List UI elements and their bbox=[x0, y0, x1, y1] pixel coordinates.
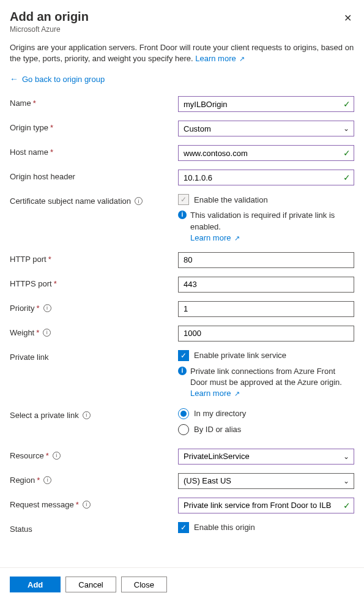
cert-learn-more-link[interactable]: Learn more ↗ bbox=[190, 233, 240, 242]
info-circle-icon: i bbox=[178, 211, 187, 219]
region-select[interactable] bbox=[178, 473, 354, 489]
private-link-checkbox[interactable]: ✓ bbox=[178, 350, 189, 361]
http-port-label: HTTP port bbox=[10, 255, 46, 264]
info-icon[interactable]: i bbox=[43, 476, 51, 484]
info-icon[interactable]: i bbox=[43, 329, 51, 337]
priority-label: Priority bbox=[10, 304, 34, 313]
origin-host-header-input[interactable] bbox=[178, 170, 354, 185]
external-link-icon: ↗ bbox=[239, 54, 245, 64]
back-link[interactable]: Go back to origin group bbox=[22, 75, 105, 84]
close-icon[interactable]: ✕ bbox=[341, 10, 354, 26]
private-link-checkbox-label: Enable private link service bbox=[194, 351, 286, 360]
origin-type-label: Origin type bbox=[10, 123, 48, 132]
resource-select[interactable] bbox=[178, 449, 354, 465]
cert-validation-checkbox-label: Enable the validation bbox=[194, 195, 268, 204]
close-button[interactable]: Close bbox=[121, 577, 167, 592]
weight-input[interactable] bbox=[178, 326, 354, 342]
learn-more-link[interactable]: Learn more ↗ bbox=[195, 54, 245, 63]
status-checkbox-label: Enable this origin bbox=[194, 523, 255, 532]
cert-validation-checkbox[interactable]: ✓ bbox=[178, 194, 189, 205]
https-port-input[interactable] bbox=[178, 277, 354, 293]
intro-text: Origins are your application servers. Fr… bbox=[10, 42, 354, 64]
info-icon[interactable]: i bbox=[43, 304, 51, 312]
host-name-label: Host name bbox=[10, 147, 48, 157]
private-link-label: Private link bbox=[10, 353, 49, 362]
priority-input[interactable] bbox=[178, 301, 354, 317]
panel-subtitle: Microsoft Azure bbox=[10, 25, 89, 34]
request-msg-label: Request message bbox=[10, 500, 74, 509]
info-icon[interactable]: i bbox=[135, 197, 143, 205]
status-label: Status bbox=[10, 524, 32, 534]
select-pl-label: Select a private link bbox=[10, 411, 79, 420]
https-port-label: HTTPS port bbox=[10, 279, 52, 288]
pl-learn-more-link[interactable]: Learn more ↗ bbox=[190, 389, 240, 398]
http-port-input[interactable] bbox=[178, 252, 354, 268]
radio-by-id[interactable]: By ID or alias bbox=[178, 424, 354, 435]
back-arrow-icon: ← bbox=[10, 74, 18, 84]
status-checkbox[interactable]: ✓ bbox=[178, 522, 189, 533]
origin-type-select[interactable] bbox=[178, 121, 354, 136]
external-link-icon: ↗ bbox=[234, 234, 240, 243]
info-icon[interactable]: i bbox=[83, 411, 91, 419]
external-link-icon: ↗ bbox=[234, 389, 240, 398]
name-input[interactable] bbox=[178, 96, 354, 112]
region-label: Region bbox=[10, 476, 35, 485]
host-name-input[interactable] bbox=[178, 145, 354, 161]
name-label: Name bbox=[10, 99, 31, 108]
weight-label: Weight bbox=[10, 328, 34, 337]
info-circle-icon: i bbox=[178, 367, 187, 375]
panel-title: Add an origin bbox=[10, 10, 89, 24]
info-icon[interactable]: i bbox=[83, 501, 91, 509]
cert-validation-label: Certificate subject name validation bbox=[10, 196, 131, 206]
cancel-button[interactable]: Cancel bbox=[65, 577, 116, 592]
origin-host-header-label: Origin host header bbox=[10, 172, 75, 181]
radio-in-directory[interactable]: In my directory bbox=[178, 408, 354, 419]
request-msg-input[interactable] bbox=[178, 498, 354, 513]
info-icon[interactable]: i bbox=[53, 452, 61, 460]
resource-label: Resource bbox=[10, 451, 44, 460]
add-button[interactable]: Add bbox=[10, 577, 61, 592]
